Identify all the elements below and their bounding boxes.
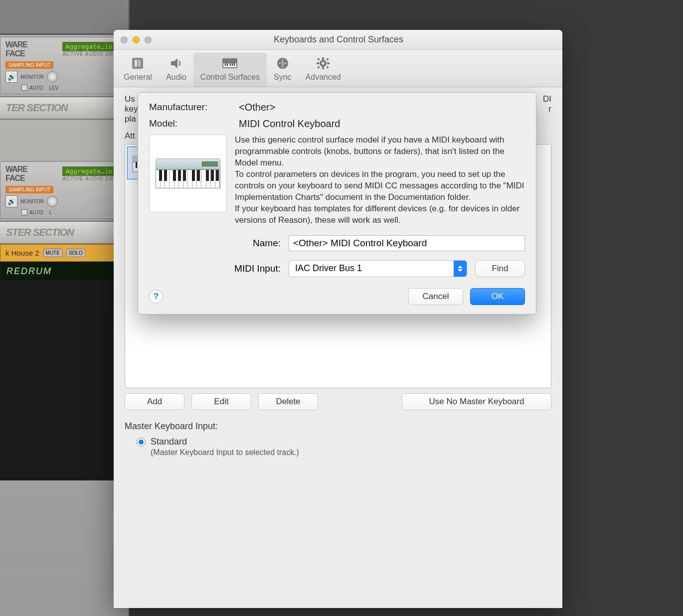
control-surfaces-icon (221, 56, 238, 71)
auto-label: AUTO (29, 85, 43, 91)
master-keyboard-input-label: Master Keyboard Input: (125, 421, 551, 432)
toolbar-advanced-label: Advanced (306, 73, 341, 82)
svg-rect-5 (225, 63, 226, 66)
svg-rect-1 (135, 60, 137, 67)
window-title: Keyboards and Control Surfaces (152, 34, 525, 45)
radio-standard[interactable] (137, 438, 146, 447)
toolbar-general-label: General (124, 73, 152, 82)
redrum-device[interactable]: REDRUM (0, 262, 129, 281)
toolbar-audio-label: Audio (166, 73, 186, 82)
model-label: Model: (149, 118, 239, 129)
device-thumbnail (149, 135, 227, 212)
track-name: k House 2 (5, 249, 39, 257)
svg-rect-0 (132, 58, 143, 69)
cancel-button[interactable]: Cancel (408, 288, 463, 305)
monitor-label-2: MONITOR (20, 199, 44, 204)
monitor-knob[interactable] (47, 71, 58, 82)
svg-rect-28 (136, 162, 137, 168)
body-text-truncated-r2: r (543, 104, 551, 114)
svg-text:S: S (281, 61, 284, 66)
window-titlebar: Keyboards and Control Surfaces (114, 30, 562, 50)
advanced-icon (315, 56, 332, 71)
manufacturer-label: Manufacturer: (149, 102, 239, 113)
monitor-knob-2[interactable] (47, 196, 58, 207)
window-traffic-lights (121, 36, 152, 43)
master-section-title-1: TER SECTION (0, 96, 129, 120)
svg-point-12 (285, 63, 286, 64)
toolbar-control-surfaces[interactable]: Control Surfaces (193, 53, 267, 87)
toolbar-audio[interactable]: Audio (159, 53, 193, 87)
speaker-icon[interactable]: 🔊 (5, 71, 17, 83)
lev-label-2: L (49, 210, 52, 215)
svg-rect-18 (322, 67, 324, 69)
speaker-icon-2[interactable]: 🔊 (5, 195, 17, 207)
edit-button[interactable]: Edit (191, 393, 251, 410)
add-button[interactable]: Add (125, 393, 184, 410)
delete-button[interactable]: Delete (258, 393, 318, 410)
surface-action-buttons: Add Edit Delete Use No Master Keyboard (125, 393, 551, 410)
toolbar-advanced[interactable]: Advanced (299, 53, 348, 87)
svg-rect-22 (326, 58, 329, 61)
sync-icon: S (274, 56, 291, 71)
midi-input-label: MIDI Input: (149, 263, 281, 274)
background-rack: WARE FACE Aggregate…io-D ACTIVE AUDIO DR… (0, 0, 130, 616)
svg-rect-9 (234, 63, 235, 66)
track-strip[interactable]: k House 2 MUTE SOLO (0, 244, 129, 262)
toolbar-sync[interactable]: S Sync (267, 53, 299, 87)
general-icon (129, 56, 146, 71)
control-surface-config-sheet: Manufacturer: <Other> Model: MIDI Contro… (138, 92, 536, 314)
body-text-truncated-2: key (125, 104, 138, 114)
svg-rect-24 (326, 66, 329, 69)
svg-point-25 (322, 62, 325, 65)
hardware-interface-title: WARE FACE (5, 40, 27, 58)
monitor-label: MONITOR (20, 74, 44, 80)
svg-rect-17 (322, 57, 324, 60)
mute-button[interactable]: MUTE (43, 249, 62, 257)
body-text-truncated-3: pla (125, 114, 138, 124)
radio-standard-description: (Master Keyboard Input to selected track… (125, 448, 551, 457)
auto-checkbox[interactable] (21, 85, 27, 91)
audio-icon (168, 56, 184, 71)
svg-rect-21 (317, 58, 320, 61)
manufacturer-value: <Other> (239, 102, 275, 113)
model-value: MIDI Control Keyboard (239, 118, 340, 130)
hardware-interface-panel-1: WARE FACE Aggregate…io-D ACTIVE AUDIO DR… (0, 37, 129, 94)
sampling-input-badge: SAMPLING INPUT (5, 61, 53, 69)
body-text-truncated-1: Us (125, 94, 138, 104)
hardware-interface-panel-2: WARE FACE Aggregate…io-D ACTIVE AUDIO DR… (0, 161, 129, 219)
device-description: Use this generic control surface model i… (235, 135, 525, 226)
svg-rect-20 (327, 62, 330, 64)
name-field-label: Name: (149, 238, 281, 249)
hardware-interface-title-2: WARE FACE (5, 165, 27, 183)
svg-rect-6 (227, 63, 228, 66)
radio-standard-row[interactable]: Standard (125, 437, 551, 447)
svg-rect-23 (317, 66, 320, 69)
find-button[interactable]: Find (475, 260, 525, 277)
close-window-button[interactable] (121, 36, 128, 43)
preferences-toolbar: General Audio Control Surfaces S Sync Ad… (114, 50, 562, 87)
master-section-title-2: STER SECTION (0, 221, 129, 244)
midi-input-selected-value: IAC Driver Bus 1 (295, 263, 362, 274)
svg-rect-19 (317, 62, 319, 64)
toolbar-general[interactable]: General (117, 53, 159, 87)
svg-point-14 (279, 63, 280, 64)
radio-standard-label: Standard (151, 437, 187, 447)
lev-label: LEV (49, 85, 59, 91)
toolbar-sync-label: Sync (274, 73, 292, 82)
minimize-window-button[interactable] (133, 36, 140, 43)
ok-button[interactable]: OK (470, 288, 525, 305)
use-no-master-keyboard-button[interactable]: Use No Master Keyboard (402, 393, 551, 410)
auto-label-2: AUTO (29, 210, 43, 215)
midi-input-select[interactable]: IAC Driver Bus 1 (289, 260, 467, 277)
svg-rect-8 (232, 63, 233, 66)
select-caret-icon (454, 261, 467, 277)
name-input[interactable] (289, 235, 525, 251)
midi-keyboard-icon (156, 158, 220, 188)
solo-button[interactable]: SOLO (66, 249, 85, 257)
toolbar-control-surfaces-label: Control Surfaces (200, 73, 260, 82)
help-button[interactable]: ? (149, 290, 163, 304)
zoom-window-button[interactable] (145, 36, 152, 43)
sampling-input-badge-2: SAMPLING INPUT (5, 186, 53, 193)
body-text-truncated-r1: DI (543, 94, 551, 104)
auto-checkbox-2[interactable] (21, 209, 27, 215)
